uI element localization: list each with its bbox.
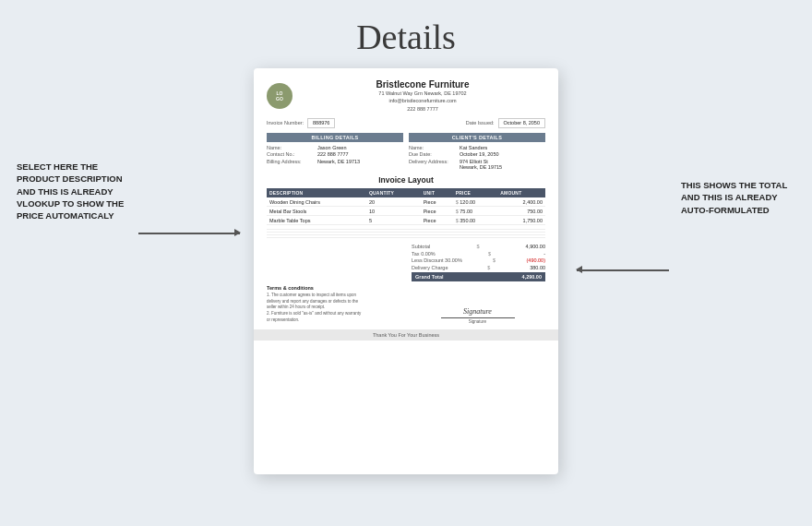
grand-total-label: Grand Total bbox=[415, 274, 443, 280]
cell-description: Wooden Dining Chairs bbox=[267, 197, 366, 207]
date-issued-value: October 8, 2050 bbox=[498, 118, 545, 128]
delivery-line2: Newark, DE 19715 bbox=[460, 164, 502, 170]
cell-description: Metal Bar Stools bbox=[267, 207, 366, 216]
bottom-section: Terms & conditions 1. The customer agree… bbox=[267, 285, 545, 324]
subtotal-label: Subtotal bbox=[412, 244, 430, 249]
company-info: Bristlecone Furniture 71 Walnut Way Grn … bbox=[300, 79, 545, 113]
signature-image: Signature bbox=[441, 305, 515, 318]
company-phone: 222 888 7777 bbox=[300, 105, 545, 113]
annotation-right: THIS SHOWS THE TOTAL AND THIS IS ALREADY… bbox=[681, 179, 801, 216]
main-container: SELECT HERE THE PRODUCT DESCRIPTION AND … bbox=[0, 68, 812, 474]
company-logo: LO GO bbox=[267, 83, 293, 109]
cell-unit: Piece bbox=[421, 197, 453, 207]
annotation-right-text: THIS SHOWS THE TOTAL AND THIS IS ALREADY… bbox=[681, 180, 787, 215]
tax-label: Tax 0.00% bbox=[412, 251, 436, 257]
delivery-value: 380.00 bbox=[530, 265, 545, 270]
cell-price: $ 75.00 bbox=[453, 207, 498, 216]
logo-line2: GO bbox=[276, 96, 283, 102]
table-row: Wooden Dining Chairs 20 Piece $ 120.00 2… bbox=[267, 197, 545, 207]
billing-address-label: Billing Address: bbox=[267, 159, 315, 164]
cell-price: $ 350.00 bbox=[453, 216, 498, 225]
client-due-line: Due Date: October 19, 2050 bbox=[409, 151, 545, 157]
terms-line: seller within 24 hours of receipt. bbox=[267, 305, 402, 311]
invoice-number-label: Invoice Number: bbox=[267, 120, 304, 126]
billing-contact-value: 222 888 7777 bbox=[317, 151, 349, 157]
tax-dollar: $ bbox=[488, 251, 491, 257]
billing-address-line: Billing Address: Newark, DE 19713 bbox=[267, 159, 403, 164]
totals-section: Subtotal $ 4,900.00 Tax 0.00% $ - Less D… bbox=[267, 244, 545, 281]
client-delivery-value: 974 Elliott St Newark, DE 19715 bbox=[460, 159, 502, 170]
subtotal-value: 4,900.00 bbox=[526, 244, 545, 249]
discount-dollar: $ bbox=[493, 257, 496, 263]
cell-quantity: 20 bbox=[366, 197, 421, 207]
subtotal-dollar: $ bbox=[476, 244, 479, 249]
invoice-number-value: 888976 bbox=[307, 118, 335, 128]
col-quantity: QUANTITY bbox=[366, 188, 421, 197]
billing-name-value: Jason Green bbox=[317, 145, 347, 150]
invoice-table: DESCRIPTION QUANTITY UNIT PRICE AMOUNT W… bbox=[267, 188, 545, 225]
arrow-right-indicator bbox=[577, 269, 669, 271]
col-amount: AMOUNT bbox=[497, 188, 545, 197]
cell-description: Marble Table Tops bbox=[267, 216, 366, 225]
cell-unit: Piece bbox=[421, 216, 453, 225]
invoice-document: LO GO Bristlecone Furniture 71 Walnut Wa… bbox=[254, 68, 558, 474]
col-unit: UNIT bbox=[421, 188, 453, 197]
client-name-line: Name: Kat Sanders bbox=[409, 145, 545, 150]
client-header: CLIENT'S DETAILS bbox=[409, 133, 545, 142]
terms-line: 1. The customer agrees to inspect all it… bbox=[267, 293, 402, 299]
terms-section: Terms & conditions 1. The customer agree… bbox=[267, 285, 402, 324]
discount-label: Less Discount 30.00% bbox=[412, 257, 462, 263]
terms-title: Terms & conditions bbox=[267, 285, 402, 291]
tax-row: Tax 0.00% $ - bbox=[412, 251, 545, 257]
date-issued-box: Date Issued: October 8, 2050 bbox=[466, 118, 545, 128]
empty-rows bbox=[267, 229, 545, 238]
cell-quantity: 10 bbox=[366, 207, 421, 216]
company-address1: 71 Walnut Way Grn Newark, DE 19702 bbox=[300, 90, 545, 97]
client-due-label: Due Date: bbox=[409, 151, 457, 157]
cell-amount: 750.00 bbox=[497, 207, 545, 216]
client-name-label: Name: bbox=[409, 145, 457, 150]
date-issued-label: Date Issued: bbox=[466, 120, 495, 126]
delivery-dollar: $ bbox=[487, 265, 490, 270]
company-name: Bristlecone Furniture bbox=[300, 79, 545, 90]
table-row: Metal Bar Stools 10 Piece $ 75.00 750.00 bbox=[267, 207, 545, 216]
company-address: 71 Walnut Way Grn Newark, DE 19702 info@… bbox=[300, 90, 545, 113]
client-delivery-line: Delivery Address: 974 Elliott St Newark,… bbox=[409, 159, 545, 170]
terms-line: or representation. bbox=[267, 317, 402, 324]
annotation-left-text: SELECT HERE THE PRODUCT DESCRIPTION AND … bbox=[17, 161, 124, 221]
company-address2: info@bristleconefurniture.com bbox=[300, 97, 545, 104]
client-section: CLIENT'S DETAILS Name: Kat Sanders Due D… bbox=[409, 133, 545, 172]
tax-value: - bbox=[543, 251, 545, 257]
annotation-left: SELECT HERE THE PRODUCT DESCRIPTION AND … bbox=[17, 161, 137, 221]
table-row: Marble Table Tops 5 Piece $ 350.00 1,750… bbox=[267, 216, 545, 225]
billing-name-label: Name: bbox=[267, 145, 315, 150]
terms-line: delivery and report any damages or defec… bbox=[267, 299, 402, 305]
discount-row: Less Discount 30.00% $ (490.00) bbox=[412, 257, 545, 263]
cell-price: $ 120.00 bbox=[453, 197, 498, 207]
signature-label: Signature bbox=[469, 319, 486, 324]
delivery-row: Delivery Charge $ 380.00 bbox=[412, 265, 545, 270]
signature-section: Signature Signature bbox=[410, 285, 545, 324]
billing-name-line: Name: Jason Green bbox=[267, 145, 403, 150]
invoice-footer: Thank You For Your Business bbox=[254, 329, 558, 341]
invoice-header: LO GO Bristlecone Furniture 71 Walnut Wa… bbox=[267, 79, 545, 113]
totals-table: Subtotal $ 4,900.00 Tax 0.00% $ - Less D… bbox=[412, 244, 545, 281]
terms-line: 2. Furniture is sold "as-is" and without… bbox=[267, 311, 402, 317]
cell-unit: Piece bbox=[421, 207, 453, 216]
terms-text: 1. The customer agrees to inspect all it… bbox=[267, 293, 402, 324]
page-title: Details bbox=[356, 17, 456, 57]
col-description: DESCRIPTION bbox=[267, 188, 366, 197]
billing-contact-label: Contact No.: bbox=[267, 151, 315, 157]
grand-total-row: Grand Total 4,290.00 bbox=[412, 272, 545, 281]
delivery-label: Delivery Charge bbox=[412, 265, 448, 270]
cell-quantity: 5 bbox=[366, 216, 421, 225]
billing-section: BILLING DETAILS Name: Jason Green Contac… bbox=[267, 133, 403, 172]
layout-title: Invoice Layout bbox=[267, 175, 545, 185]
cell-amount: 1,750.00 bbox=[497, 216, 545, 225]
billing-contact-line: Contact No.: 222 888 7777 bbox=[267, 151, 403, 157]
discount-value: (490.00) bbox=[527, 257, 546, 263]
details-row: BILLING DETAILS Name: Jason Green Contac… bbox=[267, 133, 545, 172]
invoice-number-box: Invoice Number: 888976 bbox=[267, 118, 335, 128]
billing-address-value: Newark, DE 19713 bbox=[317, 159, 360, 164]
cell-amount: 2,400.00 bbox=[497, 197, 545, 207]
